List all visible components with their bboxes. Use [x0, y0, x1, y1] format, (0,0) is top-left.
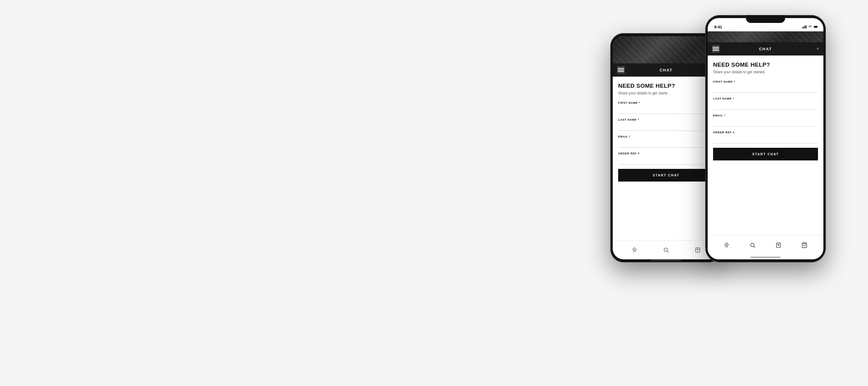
field-label-email-back: EMAIL * — [618, 135, 714, 138]
svg-line-4 — [667, 251, 669, 253]
input-lastname-front[interactable] — [713, 101, 818, 110]
nav-search-back[interactable] — [663, 247, 669, 253]
field-label-lastname-front: LAST NAME * — [713, 97, 818, 100]
phone-front: 9:41 — [705, 15, 826, 262]
svg-point-18 — [750, 243, 754, 247]
status-icons — [802, 25, 818, 29]
chat-body-back: NEED SOME HELP? Share your details to ge… — [613, 77, 719, 186]
bottom-nav-back — [613, 240, 719, 259]
bottom-nav-front: 31 — [708, 235, 824, 255]
field-label-orderref-front: ORDER REF # — [713, 131, 818, 134]
input-email-back[interactable] — [618, 139, 714, 148]
orders-icon-back — [695, 247, 701, 253]
svg-rect-11 — [806, 25, 807, 29]
chat-menu-icon-back[interactable] — [617, 66, 625, 74]
svg-rect-14 — [814, 26, 817, 27]
field-label-lastname-back: LAST NAME * — [618, 118, 714, 121]
input-email-front[interactable] — [713, 118, 818, 127]
chat-body-front: NEED SOME HELP? Share your details to ge… — [708, 56, 824, 165]
svg-rect-2 — [618, 71, 624, 72]
orders-icon-front: 31 — [775, 242, 781, 248]
field-email-back: EMAIL * — [618, 135, 714, 148]
home-icon-back — [631, 247, 638, 253]
field-lastname-front: LAST NAME * — [713, 97, 818, 110]
chat-menu-icon-front[interactable] — [712, 45, 720, 53]
app-banner-back: ▼ — [613, 36, 719, 63]
nav-bag-front[interactable] — [801, 242, 807, 248]
battery-icon — [814, 25, 818, 29]
nav-home-back[interactable] — [631, 247, 638, 253]
phone-front-screen: 9:41 — [708, 18, 824, 259]
svg-rect-10 — [805, 26, 805, 28]
field-orderref-front: ORDER REF # — [713, 131, 818, 144]
input-orderref-front[interactable] — [713, 135, 818, 144]
bag-icon-front — [801, 242, 807, 248]
nav-orders-front[interactable]: 31 — [775, 242, 781, 248]
home-indicator-back — [651, 260, 681, 261]
nav-search-front[interactable] — [749, 242, 755, 248]
chat-header-back: CHAT — [613, 63, 719, 77]
menu-icon-back — [617, 66, 625, 74]
search-icon-front — [749, 242, 755, 248]
input-orderref-back[interactable] — [618, 156, 714, 165]
svg-line-19 — [754, 246, 755, 247]
svg-text:31: 31 — [778, 244, 780, 246]
field-firstname-back: FIRST NAME * — [618, 101, 714, 114]
signal-icon — [802, 25, 807, 29]
close-icon-front[interactable]: × — [816, 47, 819, 51]
start-chat-button-front[interactable]: START CHAT — [713, 148, 818, 160]
home-indicator-front — [750, 257, 781, 258]
notch-front — [746, 15, 785, 23]
nav-orders-back[interactable] — [695, 247, 701, 253]
field-label-email-front: EMAIL * — [713, 114, 818, 117]
chat-header-label-front: CHAT — [759, 47, 772, 51]
menu-icon-front — [712, 45, 720, 53]
phones-wrapper: ▼ CHAT — [610, 15, 826, 262]
input-firstname-front[interactable] — [713, 84, 818, 93]
field-label-orderref-back: ORDER REF # — [618, 152, 714, 155]
start-chat-button-back[interactable]: START CHAT — [618, 169, 714, 182]
field-lastname-back: LAST NAME * — [618, 118, 714, 131]
svg-rect-9 — [804, 26, 804, 28]
phone-back-screen: ▼ CHAT — [613, 36, 719, 259]
svg-rect-17 — [713, 50, 719, 51]
svg-rect-13 — [817, 27, 818, 27]
field-firstname-front: FIRST NAME * — [713, 80, 818, 93]
nav-home-front[interactable] — [724, 242, 730, 248]
field-email-front: EMAIL * — [713, 114, 818, 127]
svg-point-3 — [664, 248, 668, 251]
wifi-icon — [808, 25, 812, 29]
chat-subtitle-back: Share your details to get starte... — [618, 91, 714, 95]
field-label-firstname-front: FIRST NAME * — [713, 80, 818, 83]
svg-rect-15 — [713, 47, 719, 48]
home-icon-front — [724, 242, 730, 248]
chat-header-label-back: CHAT — [659, 68, 673, 72]
chat-title-back: NEED SOME HELP? — [618, 83, 714, 89]
svg-rect-8 — [802, 27, 803, 29]
status-time: 9:41 — [714, 25, 722, 29]
svg-rect-1 — [618, 70, 624, 70]
search-icon-back — [663, 247, 669, 253]
field-orderref-back: ORDER REF # — [618, 152, 714, 165]
field-label-firstname-back: FIRST NAME * — [618, 101, 714, 105]
chat-subtitle-front: Share your details to get started. — [713, 70, 818, 74]
chat-header-front: CHAT × — [708, 42, 824, 56]
chat-title-front: NEED SOME HELP? — [713, 61, 818, 68]
svg-rect-16 — [713, 49, 719, 50]
input-lastname-back[interactable] — [618, 122, 714, 131]
svg-rect-0 — [618, 68, 624, 69]
input-firstname-back[interactable] — [618, 106, 714, 114]
